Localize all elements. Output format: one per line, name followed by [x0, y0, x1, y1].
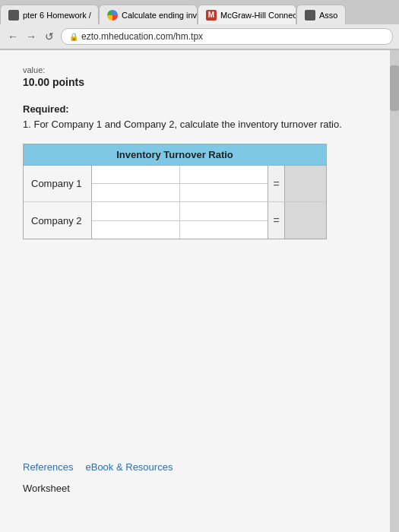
tab-bar: pter 6 Homework / ✕ Calculate ending inv…: [0, 0, 399, 24]
company2-input-cells: [92, 202, 268, 239]
company2-label: Company 2: [24, 202, 92, 239]
tab-mcgraw-label: McGraw-Hill Connect |: [220, 11, 296, 20]
worksheet-label: Worksheet: [23, 483, 70, 494]
company2-result[interactable]: [284, 202, 326, 239]
tab-doc-icon-2: [305, 10, 315, 21]
company1-numerator-input[interactable]: [92, 166, 180, 183]
content-area: value: 10.00 points Required: 1. For Com…: [0, 50, 399, 255]
refresh-button[interactable]: ↺: [43, 30, 56, 43]
company1-input-row-2: [92, 184, 268, 201]
scrollbar-thumb[interactable]: [390, 65, 399, 111]
company2-input-row-2: [92, 221, 268, 239]
required-text: 1. For Company 1 and Company 2, calculat…: [23, 118, 376, 131]
google-icon: [107, 10, 118, 21]
required-section: Required: 1. For Company 1 and Company 2…: [23, 103, 376, 131]
lock-icon: 🔒: [69, 33, 78, 41]
company1-label: Company 1: [24, 166, 92, 201]
ebook-link[interactable]: eBook & Resources: [85, 461, 173, 473]
tab-calculate-label: Calculate ending inver: [122, 11, 198, 20]
inventory-table: Inventory Turnover Ratio Company 1 =: [23, 144, 327, 239]
tab-calculate[interactable]: Calculate ending inver ✕: [99, 5, 198, 24]
mcgraw-icon: M: [206, 10, 217, 21]
tab-asso[interactable]: Asso: [296, 5, 346, 24]
url-text: ezto.mheducation.com/hm.tpx: [81, 31, 203, 42]
table-row-company2: Company 2 =: [24, 202, 326, 239]
references-link[interactable]: References: [23, 461, 73, 473]
url-bar[interactable]: 🔒 ezto.mheducation.com/hm.tpx: [61, 28, 393, 45]
company1-result[interactable]: [284, 166, 326, 201]
company2-input-4[interactable]: [180, 221, 268, 239]
company2-input-3[interactable]: [92, 221, 180, 239]
tab-homework-label: pter 6 Homework /: [23, 11, 91, 20]
company2-numerator-input[interactable]: [92, 202, 180, 220]
company1-input-3[interactable]: [92, 184, 180, 201]
company1-input-row-1: [92, 166, 268, 184]
page-content: value: 10.00 points Required: 1. For Com…: [0, 50, 399, 532]
required-title: Required:: [23, 103, 376, 115]
address-bar: ← → ↺ 🔒 ezto.mheducation.com/hm.tpx: [0, 24, 399, 49]
company1-equals: =: [268, 166, 284, 201]
tab-homework[interactable]: pter 6 Homework / ✕: [0, 5, 99, 24]
table-header: Inventory Turnover Ratio: [24, 144, 326, 166]
back-button[interactable]: ←: [6, 30, 20, 43]
company1-input-4[interactable]: [180, 184, 268, 201]
company2-input-row-1: [92, 202, 268, 221]
browser-chrome: pter 6 Homework / ✕ Calculate ending inv…: [0, 0, 399, 50]
scrollbar[interactable]: [390, 50, 399, 532]
tab-doc-icon: [8, 10, 19, 21]
footer-links: References eBook & Resources: [23, 461, 173, 473]
tab-asso-label: Asso: [319, 11, 337, 20]
company2-equals: =: [268, 202, 284, 239]
forward-button[interactable]: →: [24, 30, 38, 43]
tab-mcgraw[interactable]: M McGraw-Hill Connect | ✕: [198, 5, 296, 24]
company1-input-cells: [92, 166, 268, 201]
company1-denominator-input[interactable]: [180, 166, 268, 183]
value-label: value:: [23, 65, 376, 74]
table-row-company1: Company 1 =: [24, 166, 326, 202]
company2-denominator-input[interactable]: [180, 202, 268, 220]
points-value: 10.00 points: [23, 76, 376, 88]
